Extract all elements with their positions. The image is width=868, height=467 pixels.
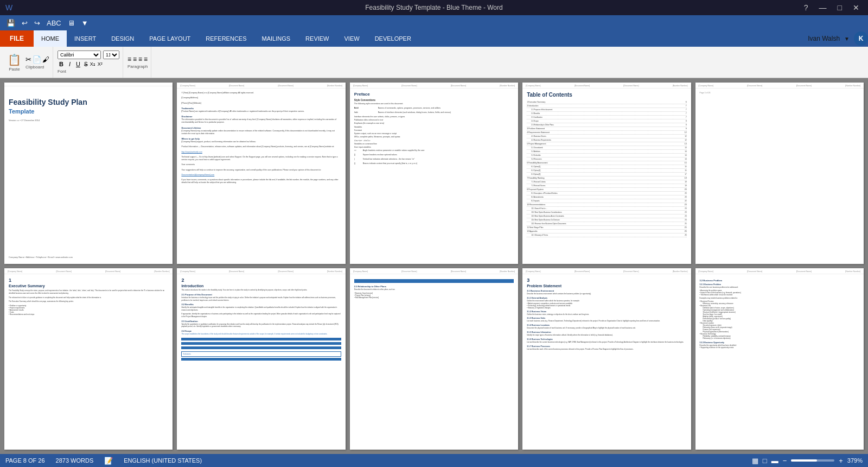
page-3-header: [Company Name] [Document Name] [Document… (350, 83, 518, 89)
subscript-btn[interactable]: X₂ (90, 61, 95, 67)
exclusions-box: Exclusions (181, 351, 341, 357)
page-9-header: [Company Name] [Document Name] [Document… (522, 268, 691, 274)
toc-item: 5.1 Groundwork13 (527, 147, 686, 150)
superscript-btn[interactable]: X² (98, 61, 103, 67)
window-title: Feasibility Study Template - Blue Theme … (365, 4, 502, 11)
italic-btn[interactable]: I (67, 60, 72, 68)
cut-icon[interactable]: ✂ (25, 55, 31, 64)
toc-item: 8 Proposed System20 (527, 188, 686, 192)
tab-insert[interactable]: INSERT (67, 30, 104, 47)
toc-item: 4 Requirements Statement12 (527, 131, 686, 135)
bold-btn[interactable]: B (58, 60, 65, 68)
page-3-content: Preface Style Conventions The following … (350, 89, 518, 259)
page-intro2: [Company Name] [Document Name] [Document… (350, 268, 518, 450)
page-legal: [Company Name] [Document Name] [Document… (177, 83, 345, 264)
copy-icon[interactable]: 📄 (33, 55, 41, 64)
tab-design[interactable]: DESIGN (104, 30, 142, 47)
align-right-icon[interactable]: ≡ (138, 55, 142, 63)
align-center-icon[interactable]: ≡ (133, 55, 137, 63)
toc-item: 4.2 Business Requirements12 (527, 139, 686, 142)
scope-box-3 (181, 346, 341, 349)
toc-item: 2.5 Relationship to Other Plans8 (527, 124, 686, 127)
print-layout-btn[interactable]: ▦ (752, 457, 758, 465)
justify-icon[interactable]: ≡ (144, 55, 148, 63)
toc-item: 5.3 Schedule14 (527, 154, 686, 157)
close-btn[interactable]: ✕ (850, 3, 863, 12)
toc-item: 5 Project Management13 (527, 143, 686, 146)
toc-item: 2 Introduction7 (527, 105, 686, 108)
file-tab[interactable]: FILE (0, 30, 34, 47)
user-name[interactable]: Ivan Walsh (808, 35, 840, 42)
zoom-percentage[interactable]: 379% (847, 457, 863, 464)
font-selector[interactable]: Calibri (58, 51, 101, 59)
customize-icon[interactable]: ▼ (79, 18, 91, 28)
toc-item: 10.3 Best Option Business Action Constra… (527, 215, 686, 218)
page-1-header (4, 83, 173, 86)
word-count[interactable]: 2873 WORDS (56, 457, 94, 464)
maximize-btn[interactable]: □ (834, 3, 845, 12)
toc-item: 2.2 Benefits7 (527, 112, 686, 116)
page-2-content: © [Year] [Company Name] or a [Company Na… (177, 89, 345, 259)
dropdown-icon[interactable]: ▼ (844, 36, 850, 42)
tab-review[interactable]: REVIEW (298, 30, 336, 47)
language-indicator[interactable]: ENGLISH (UNITED STATES) (124, 457, 202, 464)
monitor-icon[interactable]: 🖥 (66, 18, 77, 28)
zoom-slider[interactable] (791, 459, 834, 462)
ribbon-tabs: FILE HOME INSERT DESIGN PAGE LAYOUT REFE… (0, 30, 868, 47)
undo-icon[interactable]: ↩ (20, 18, 30, 28)
font-size-selector[interactable]: 11 (103, 51, 119, 59)
cover-footer: Company Name • Address • Telephone • Ema… (9, 256, 73, 257)
check-icon[interactable]: ABC (44, 18, 63, 28)
paste-icon[interactable]: 📋 (8, 53, 21, 66)
toc-item: 7.2 Revised Scores19 (527, 185, 686, 188)
toc-item: 6.2 Option[2]15 (527, 169, 686, 173)
tab-page-layout[interactable]: PAGE LAYOUT (142, 30, 198, 47)
align-left-icon[interactable]: ≡ (127, 55, 131, 63)
user-avatar: K (854, 31, 868, 46)
toc-item: 6 Feasibility Assessment15 (527, 162, 686, 165)
zoom-in-btn[interactable]: + (839, 457, 843, 465)
section-1-num: 1 (9, 277, 168, 283)
page-4-content: Table of Contents 1 Executive Summary6 2… (522, 89, 691, 259)
tab-view[interactable]: VIEW (337, 30, 367, 47)
toc-item: 10.4 Best Option Business Go Decision24 (527, 219, 686, 222)
ribbon: FILE HOME INSERT DESIGN PAGE LAYOUT REFE… (0, 30, 868, 78)
save-icon[interactable]: 💾 (4, 18, 17, 28)
tab-mailings[interactable]: MAILINGS (254, 30, 298, 47)
page-1-content: Feasibility Study Plan Template Version … (4, 86, 173, 257)
toc-item: 6.1 Option[1]15 (527, 166, 686, 169)
toc-item: 10.2 Best Option Business Considerations… (527, 211, 686, 214)
format-painter-icon[interactable]: 🖌 (42, 55, 49, 64)
strikethrough-btn[interactable]: S (84, 61, 88, 67)
user-area: Ivan Walsh ▼ K (808, 31, 868, 46)
tab-home[interactable]: HOME (34, 30, 67, 47)
redo-icon[interactable]: ↪ (32, 18, 42, 28)
toc-item: 5.4 Resources14 (527, 158, 686, 161)
read-mode-btn[interactable]: □ (763, 457, 767, 465)
underline-btn[interactable]: U (74, 60, 82, 68)
toc-item: 2.1 Purpose of this document7 (527, 109, 686, 112)
help-btn[interactable]: ? (801, 3, 812, 12)
toc-item: 10 Recommendations23 (527, 204, 686, 207)
page-indicator[interactable]: PAGE 8 OF 26 (5, 457, 45, 464)
page-4-header: [Company Name] [Document Name] [Document… (522, 83, 691, 89)
toc-item: 11 Next Stage Plan25 (527, 226, 686, 230)
toc-list: 1 Executive Summary6 2 Introduction7 2.1… (527, 101, 686, 237)
toc-item: 1 Executive Summary6 (527, 101, 686, 104)
tab-developer[interactable]: DEVELOPER (367, 30, 419, 47)
proofing-icon[interactable]: 📝 (104, 457, 113, 465)
scope-box-1 (181, 338, 341, 340)
page-cover: Feasibility Study Plan Template Version … (4, 83, 173, 264)
scope-box-2 (181, 342, 341, 345)
page-10-header: [Company Name] [Document Name] [Document… (695, 268, 864, 274)
toc-item: 12.1 Glossary of Terms26 (527, 234, 686, 237)
toc-item: 10.1 Search First to ...23 (527, 207, 686, 211)
web-layout-btn[interactable]: ▬ (771, 457, 778, 465)
status-bar: PAGE 8 OF 26 2873 WORDS 📝 ENGLISH (UNITE… (0, 454, 868, 467)
zoom-out-btn[interactable]: − (783, 457, 787, 465)
tab-references[interactable]: REFERENCES (198, 30, 254, 47)
toc-item: 2.3 Justification7 (527, 116, 686, 119)
minimize-btn[interactable]: — (816, 3, 830, 12)
page-2-header: [Company Name] [Document Name] [Document… (177, 83, 345, 89)
page-7-header: [Company Name] [Document Name] [Document… (177, 268, 345, 274)
